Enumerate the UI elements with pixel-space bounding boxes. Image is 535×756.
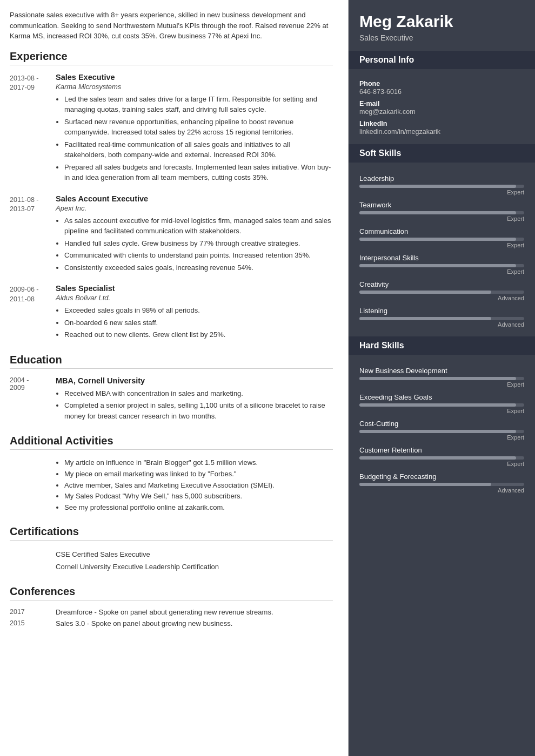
skill-name: Communication bbox=[359, 227, 524, 235]
conference-item: 2017Dreamforce - Spoke on panel about ge… bbox=[10, 608, 333, 616]
right-column: Meg Zakarik Sales Executive Personal Inf… bbox=[349, 0, 535, 756]
summary-text: Passionate sales executive with 8+ years… bbox=[10, 10, 333, 42]
skill-level: Expert bbox=[359, 189, 524, 195]
cert-item: Cornell University Executive Leadership … bbox=[56, 561, 333, 573]
personal-info-title: Personal Info bbox=[349, 51, 535, 69]
conf-year: 2017 bbox=[10, 608, 56, 616]
conference-item: 2015Sales 3.0 - Spoke on panel about gro… bbox=[10, 619, 333, 627]
education-section: Education 2004 - 2009MBA, Cornell Univer… bbox=[10, 354, 333, 423]
exp-date: 2009-06 - 2011-08 bbox=[10, 284, 56, 342]
skill-bar-bg bbox=[359, 456, 524, 460]
experience-item: 2011-08 - 2013-07Sales Account Executive… bbox=[10, 194, 333, 275]
exp-title: Sales Account Executive bbox=[56, 194, 333, 203]
skill-bar-bg bbox=[359, 377, 524, 380]
skill-bar-fill bbox=[359, 317, 491, 320]
conferences-title: Conferences bbox=[10, 585, 333, 600]
list-item: Exceeded sales goals in 98% of all perio… bbox=[64, 305, 333, 316]
skill-name: Cost-Cutting bbox=[359, 420, 524, 428]
phone-label: Phone bbox=[359, 80, 524, 87]
skill-name: Creativity bbox=[359, 280, 524, 288]
skill-bar-fill bbox=[359, 185, 516, 188]
cert-item: CSE Certified Sales Executive bbox=[56, 548, 333, 561]
exp-content: Sales SpecialistAldus Bolivar Ltd.Exceed… bbox=[56, 284, 333, 342]
skill-level: Expert bbox=[359, 381, 524, 388]
skill-bar-bg bbox=[359, 430, 524, 433]
skill-bar-fill bbox=[359, 264, 516, 267]
page-layout: Passionate sales executive with 8+ years… bbox=[0, 0, 535, 756]
personal-info-content: Phone 646-873-6016 E-mail meg@zakarik.co… bbox=[349, 69, 535, 144]
skill-bar-fill bbox=[359, 403, 516, 407]
certifications-section: Certifications CSE Certified Sales Execu… bbox=[10, 525, 333, 573]
list-item: Consistently exceeded sales goals, incre… bbox=[64, 262, 333, 273]
skill-bar-bg bbox=[359, 211, 524, 214]
email-label: E-mail bbox=[359, 100, 524, 107]
skill-bar-fill bbox=[359, 483, 491, 486]
conferences-section: Conferences 2017Dreamforce - Spoke on pa… bbox=[10, 585, 333, 627]
exp-bullets: Exceeded sales goals in 98% of all perio… bbox=[56, 305, 333, 340]
list-item: My piece on email marketing was linked t… bbox=[64, 469, 333, 480]
skill-bar-bg bbox=[359, 403, 524, 407]
skill-name: Exceeding Sales Goals bbox=[359, 393, 524, 401]
list-item: Handled full sales cycle. Grew business … bbox=[64, 238, 333, 249]
exp-date: 2013-08 - 2017-09 bbox=[10, 73, 56, 185]
skill-name: New Business Development bbox=[359, 367, 524, 375]
skill-bar-bg bbox=[359, 291, 524, 294]
exp-title: Sales Executive bbox=[56, 73, 333, 82]
hard-skills-title: Hard Skills bbox=[349, 336, 535, 355]
skill-name: Listening bbox=[359, 307, 524, 315]
skill-bar-bg bbox=[359, 264, 524, 267]
exp-company: Aldus Bolivar Ltd. bbox=[56, 294, 333, 302]
list-item: My article on influence in "Brain Blogge… bbox=[64, 457, 333, 469]
skill-name: Leadership bbox=[359, 174, 524, 183]
list-item: My Sales Podcast "Why We Sell," has 5,00… bbox=[64, 491, 333, 502]
cert-list: CSE Certified Sales ExecutiveCornell Uni… bbox=[56, 548, 333, 573]
skill-name: Teamwork bbox=[359, 201, 524, 209]
education-list: 2004 - 2009MBA, Cornell UniversityReceiv… bbox=[10, 376, 333, 423]
conf-list: 2017Dreamforce - Spoke on panel about ge… bbox=[10, 608, 333, 627]
skill-bar-fill bbox=[359, 430, 516, 433]
exp-date: 2011-08 - 2013-07 bbox=[10, 194, 56, 275]
skill-bar-fill bbox=[359, 291, 491, 294]
candidate-name: Meg Zakarik bbox=[359, 12, 524, 31]
linkedin-value: linkedin.com/in/megzakarik bbox=[359, 128, 524, 136]
skill-level: Expert bbox=[359, 434, 524, 441]
list-item: Communicated with clients to understand … bbox=[64, 250, 333, 261]
soft-skills-title: Soft Skills bbox=[349, 144, 535, 163]
experience-item: 2013-08 - 2017-09Sales ExecutiveKarma Mi… bbox=[10, 73, 333, 185]
list-item: Led the sales team and sales drive for a… bbox=[64, 94, 333, 115]
skill-bar-fill bbox=[359, 211, 516, 214]
skill-level: Advanced bbox=[359, 295, 524, 301]
exp-bullets: As sales account executive for mid-level… bbox=[56, 215, 333, 273]
exp-content: Sales ExecutiveKarma MicrosystemsLed the… bbox=[56, 73, 333, 185]
list-item: Active member, Sales and Marketing Execu… bbox=[64, 480, 333, 491]
skill-bar-bg bbox=[359, 238, 524, 241]
list-item: Surfaced new revenue opportunities, enha… bbox=[64, 117, 333, 138]
list-item: On-boarded 6 new sales staff. bbox=[64, 318, 333, 328]
list-item: Prepared all sales budgets and forecasts… bbox=[64, 162, 333, 183]
exp-bullets: Led the sales team and sales drive for a… bbox=[56, 94, 333, 183]
edu-content: MBA, Cornell UniversityReceived MBA with… bbox=[56, 376, 333, 423]
skill-name: Budgeting & Forecasting bbox=[359, 473, 524, 481]
experience-item: 2009-06 - 2011-08Sales SpecialistAldus B… bbox=[10, 284, 333, 342]
additional-title: Additional Activities bbox=[10, 435, 333, 450]
experience-section: Experience 2013-08 - 2017-09Sales Execut… bbox=[10, 50, 333, 342]
education-item: 2004 - 2009MBA, Cornell UniversityReceiv… bbox=[10, 376, 333, 423]
email-value: meg@zakarik.com bbox=[359, 108, 524, 116]
experience-list: 2013-08 - 2017-09Sales ExecutiveKarma Mi… bbox=[10, 73, 333, 342]
education-title: Education bbox=[10, 354, 333, 369]
left-column: Passionate sales executive with 8+ years… bbox=[0, 0, 349, 756]
skill-level: Advanced bbox=[359, 487, 524, 494]
exp-company: Karma Microsystems bbox=[56, 83, 333, 91]
list-item: See my professional portfolio online at … bbox=[64, 502, 333, 514]
skill-bar-fill bbox=[359, 377, 516, 380]
edu-date: 2004 - 2009 bbox=[10, 376, 56, 423]
phone-value: 646-873-6016 bbox=[359, 88, 524, 96]
skill-level: Expert bbox=[359, 408, 524, 414]
candidate-job-title: Sales Executive bbox=[359, 33, 524, 42]
conf-text: Dreamforce - Spoke on panel about genera… bbox=[56, 608, 333, 616]
experience-title: Experience bbox=[10, 50, 333, 65]
linkedin-label: LinkedIn bbox=[359, 120, 524, 127]
skill-name: Interpersonal Skills bbox=[359, 254, 524, 262]
skill-bar-fill bbox=[359, 456, 516, 460]
skill-bar-bg bbox=[359, 317, 524, 320]
